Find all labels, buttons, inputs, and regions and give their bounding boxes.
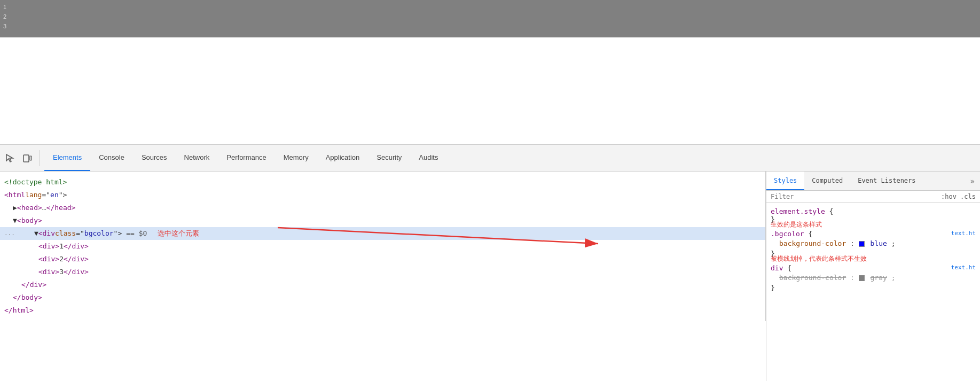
dom-line-div-close[interactable]: </div> [0, 278, 765, 291]
tab-audits[interactable]: Audits [410, 145, 446, 171]
devtools-toolbar: Elements Console Sources Network Perform… [0, 145, 980, 172]
dom-line-html[interactable]: <html lang="en"> [0, 189, 765, 201]
dom-line-body-open[interactable]: ▼ <body> [0, 214, 765, 227]
svg-rect-1 [30, 156, 32, 160]
styles-more-tabs-icon[interactable]: » [965, 172, 980, 190]
styles-tab-computed[interactable]: Computed [804, 172, 850, 190]
line-3: 3 [3, 21, 13, 31]
tab-security[interactable]: Security [368, 145, 410, 171]
style-source-div[interactable]: text.ht [951, 264, 976, 271]
svg-rect-0 [23, 155, 29, 162]
dom-line-body-close[interactable]: </body> [0, 291, 765, 304]
tab-console[interactable]: Console [90, 145, 133, 171]
annotation-select: 选中这个元素 [158, 228, 199, 239]
tab-application[interactable]: Application [317, 145, 369, 171]
dom-line-head[interactable]: ▶ <head>…</head> [0, 201, 765, 214]
style-source-bgcolor[interactable]: text.ht [951, 230, 976, 237]
line-1: 1 [3, 2, 13, 12]
dom-line-div-bgcolor[interactable]: ... ▼ <div class =" bgcolor "> == $0 选中这… [0, 227, 765, 240]
styles-filter-bar: :hov .cls [766, 191, 980, 203]
dom-line-div1[interactable]: <div>1</div> [0, 240, 765, 253]
styles-tab-styles[interactable]: Styles [766, 172, 804, 190]
tab-elements[interactable]: Elements [44, 145, 90, 171]
styles-tab-event-listeners[interactable]: Event Listeners [850, 172, 923, 190]
line-2: 2 [3, 12, 13, 21]
tab-network[interactable]: Network [176, 145, 218, 171]
annotation-strikethrough: 被横线划掉，代表此条样式不生效 [771, 254, 867, 263]
browser-viewport: 1 2 3 [0, 0, 980, 144]
dom-line-html-close[interactable]: </html> [0, 304, 765, 317]
devtools-tab-list: Elements Console Sources Network Perform… [44, 145, 446, 171]
styles-filter-input[interactable] [771, 193, 937, 200]
dom-line-div2[interactable]: <div>2</div> [0, 253, 765, 266]
tab-sources[interactable]: Sources [133, 145, 176, 171]
tab-memory[interactable]: Memory [275, 145, 317, 171]
color-swatch-blue[interactable] [859, 241, 865, 247]
style-block-bgcolor: 生效的是这条样式 .bgcolor { text.ht background-c… [771, 230, 976, 258]
styles-panel: Styles Computed Event Listeners » :hov .… [766, 172, 980, 381]
dom-panel[interactable]: <!doctype html> <html lang="en"> ▶ <head… [0, 172, 766, 321]
styles-tab-list: Styles Computed Event Listeners » [766, 172, 980, 191]
dom-panel-wrapper: <!doctype html> <html lang="en"> ▶ <head… [0, 172, 766, 381]
line-numbers: 1 2 3 [0, 0, 16, 37]
styles-filter-options[interactable]: :hov .cls [941, 193, 976, 200]
select-element-icon[interactable] [2, 150, 18, 166]
devtools-body: <!doctype html> <html lang="en"> ▶ <head… [0, 172, 980, 381]
devtools-icon-group [2, 150, 40, 166]
tab-performance[interactable]: Performance [218, 145, 275, 171]
dom-line-div3[interactable]: <div>3</div> [0, 266, 765, 278]
devtools-panel: Elements Console Sources Network Perform… [0, 144, 980, 381]
style-block-div: 被横线划掉，代表此条样式不生效 div { text.ht background… [771, 264, 976, 292]
styles-content: element.style { } 生效的是这条样式 .bgcolor { te… [766, 203, 980, 381]
dom-line-doctype[interactable]: <!doctype html> [0, 176, 765, 189]
annotation-effective: 生效的是这条样式 [771, 220, 822, 229]
device-toggle-icon[interactable] [19, 150, 35, 166]
color-swatch-gray[interactable] [859, 275, 865, 281]
page-content-area: 1 2 3 [0, 0, 980, 37]
